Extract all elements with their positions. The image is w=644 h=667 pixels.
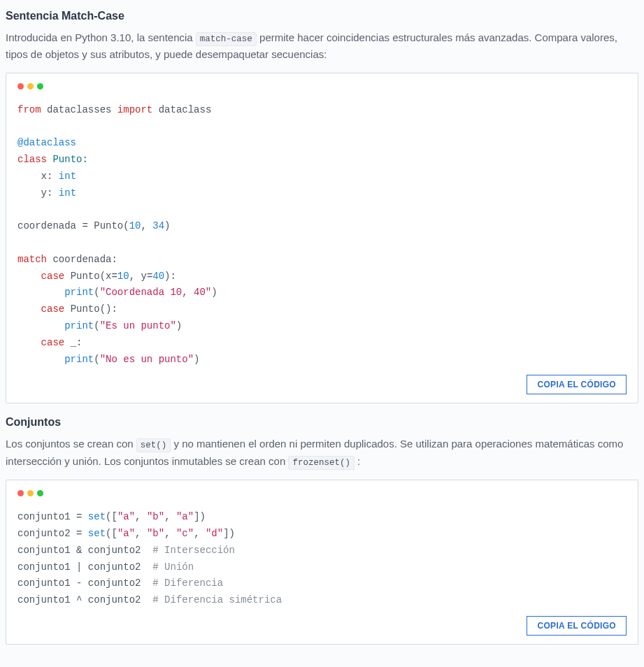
section-intro-match-case: Introducida en Python 3.10, la sentencia… [6,29,638,63]
code-block-match-case: from dataclasses import dataclass @datac… [6,73,638,404]
inline-code-set: set() [136,438,171,452]
copy-code-button[interactable]: COPIA EL CÓDIGO [527,616,627,636]
inline-code-match-case: match-case [196,32,257,46]
dot-red-icon [17,490,24,496]
window-dots [17,83,627,89]
section-heading-match-case: Sentencia Match-Case [6,10,638,22]
dot-green-icon [37,83,43,89]
code-content: from dataclasses import dataclass @datac… [17,102,627,368]
intro-text: Introducida en Python 3.10, la sentencia [6,31,196,43]
inline-code-frozenset: frozenset() [288,456,355,470]
dot-red-icon [17,83,24,89]
dot-green-icon [37,490,43,496]
code-block-conjuntos: conjunto1 = set(["a", "b", "a"]) conjunt… [6,480,638,645]
copy-code-button[interactable]: COPIA EL CÓDIGO [527,375,627,394]
window-dots [17,490,627,496]
intro-text: : [357,455,360,467]
section-intro-conjuntos: Los conjuntos se crean con set() y no ma… [6,436,638,470]
intro-text: Los conjuntos se crean con [6,438,136,450]
code-content: conjunto1 = set(["a", "b", "a"]) conjunt… [17,509,627,609]
dot-yellow-icon [27,490,34,496]
section-heading-conjuntos: Conjuntos [6,416,638,429]
dot-yellow-icon [27,83,34,89]
